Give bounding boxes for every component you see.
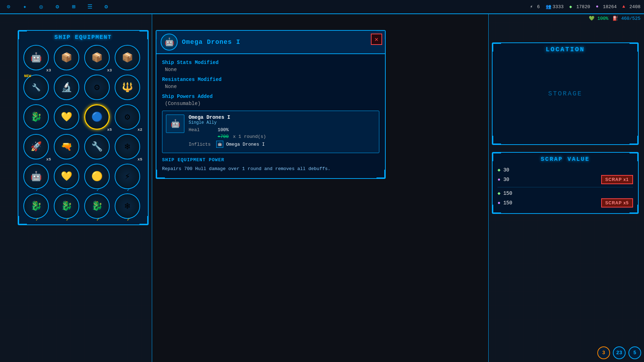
nav-icon-5[interactable]: ⊞ <box>69 2 79 12</box>
scrap-button-5[interactable]: SCRAP x5 <box>601 198 633 208</box>
equip-check-5-3: ✓ <box>127 216 130 222</box>
equip-item-2-0[interactable]: 🐉 <box>23 104 49 130</box>
health-display: 💚 100% <box>589 16 608 21</box>
equip-item-0-2[interactable]: 📦 <box>84 45 110 70</box>
nav-icon-6[interactable]: ☰ <box>85 2 95 12</box>
nav-icon-2[interactable]: ✦ <box>20 2 30 12</box>
menu-icon[interactable]: 5 <box>628 346 641 359</box>
nav-icon-7[interactable]: ⚙ <box>101 2 111 12</box>
fuel-display: ⛽ 460/525 <box>613 16 640 21</box>
equip-item-5-2[interactable]: 🐉 <box>84 193 110 219</box>
equip-item-4-0[interactable]: 🤖 <box>23 164 49 189</box>
resource-people-value: 3333 <box>553 4 564 10</box>
power-card-info: Omega Drones I Single Ally Heal 100% +70… <box>189 115 375 149</box>
health-value: 100% <box>597 16 608 21</box>
detail-header: 🤖 Omega Drones I ✕ <box>156 31 385 54</box>
equip-cell-5-3: ❄ ✓ <box>115 193 142 221</box>
nav-icon-1[interactable]: ⊙ <box>4 2 13 12</box>
nav-icon-3[interactable]: ◎ <box>36 2 46 12</box>
equip-cell-4-1: 💛 ✓ <box>54 164 81 191</box>
detail-item-icon: 🤖 <box>161 34 178 51</box>
power-card-sub: Single Ally <box>189 120 375 125</box>
equip-cell-2-3: ⚙ x2 <box>115 104 142 132</box>
equipment-grid: 🤖 x3 📦 📦 x3 📦 🔧 NEW 🔬 ⚙ 🔱 🐉 <box>22 45 144 221</box>
close-button[interactable]: ✕ <box>371 34 382 45</box>
scrap-corner-tl <box>493 153 501 161</box>
equip-cell-5-0: 🐉 ✓ <box>23 193 51 221</box>
fuel-icon: ⛽ <box>613 16 618 21</box>
equip-check-4-2: ✓ <box>97 187 99 193</box>
scrap-panel: SCRAP VALUE ◆ 30 ● 30 SCRAP x1 ◆ 150 ● 1… <box>492 152 639 214</box>
equip-item-5-3[interactable]: ❄ <box>115 193 140 219</box>
equip-item-1-3[interactable]: 🔱 <box>115 75 140 100</box>
heal-bonus-row: +700 x 1 round(s) <box>189 134 375 139</box>
equip-check-5-0: ✓ <box>36 216 39 222</box>
scrap-row-2-diamond: ◆ 150 <box>498 190 633 196</box>
equip-cell-0-3: 📦 <box>115 45 142 72</box>
inflicts-name: Omega Drones I <box>226 142 265 147</box>
heal-bonus: +700 <box>218 134 229 139</box>
equip-check-5-1: ✓ <box>66 216 69 222</box>
purple-icon: ● <box>596 4 602 10</box>
scrap-purple-value-2: 150 <box>503 200 517 206</box>
equip-item-1-2[interactable]: ⚙ <box>84 75 110 100</box>
equip-item-3-1[interactable]: 🔫 <box>54 134 79 159</box>
equip-item-4-2[interactable]: 🟡 <box>84 164 110 189</box>
diamond-icon: ◆ <box>569 4 575 10</box>
scrap-title: SCRAP VALUE <box>498 156 633 163</box>
heal-value: 100% <box>218 127 229 133</box>
equip-item-1-1[interactable]: 🔬 <box>54 75 79 100</box>
equip-item-3-0[interactable]: 🚀 <box>23 134 49 159</box>
resource-bolt: ⚡ 6 <box>530 4 540 10</box>
equip-item-5-1[interactable]: 🐉 <box>54 193 79 219</box>
equip-item-2-2[interactable]: 🔵 <box>84 104 110 130</box>
equip-cell-4-2: 🟡 ✓ <box>84 164 112 191</box>
nav-icon-4[interactable]: ⚙ <box>52 2 62 12</box>
people-icon: 👥 <box>546 4 551 10</box>
equip-badge-3-3: x5 <box>138 157 142 162</box>
equip-cell-0-0: 🤖 x3 <box>23 45 51 72</box>
ship-equipment-title: SHIP EQUIPMENT <box>22 34 144 41</box>
scrap-row-1-purple: ● 30 SCRAP x1 <box>498 175 633 184</box>
resistances-label: Resistances Modified <box>162 77 379 82</box>
equip-new-badge-1-0: NEW <box>24 74 31 78</box>
corner-tr <box>139 31 148 39</box>
resource-diamond: ◆ 17820 <box>569 4 590 10</box>
equip-check-4-3: ✓ <box>127 187 130 193</box>
resources-bar: ⚡ 6 👥 3333 ◆ 17820 ● 18264 ▲ 2408 <box>530 4 640 10</box>
ship-stats-label: Ship Stats Modified <box>162 60 379 65</box>
equip-badge-2-2: x5 <box>107 128 112 132</box>
inflicts-icon: 🤖 <box>216 141 223 148</box>
equip-item-4-3[interactable]: ⚡ <box>115 164 140 189</box>
equip-cell-2-0: 🐉 <box>23 104 51 132</box>
equip-cell-1-1: 🔬 <box>54 75 81 102</box>
scrap-button-1[interactable]: SCRAP x1 <box>601 175 633 184</box>
equip-item-0-3[interactable]: 📦 <box>115 45 140 70</box>
equip-badge-0-2: x3 <box>107 68 112 72</box>
equip-item-4-1[interactable]: 💛 <box>54 164 79 189</box>
equip-item-0-0[interactable]: 🤖 <box>23 45 49 70</box>
ship-powers-label: Ship Powers Added <box>162 94 379 99</box>
notification-icon[interactable]: 23 <box>613 346 626 359</box>
equip-item-0-1[interactable]: 📦 <box>54 45 79 70</box>
equip-item-2-1[interactable]: 💛 <box>54 104 79 130</box>
equip-cell-5-2: 🐉 ✓ <box>84 193 112 221</box>
alert-icon[interactable]: 3 <box>597 346 610 359</box>
equip-cell-4-3: ⚡ ✓ <box>115 164 142 191</box>
corner-tl <box>18 31 27 39</box>
power-card-name: Omega Drones I <box>189 115 375 120</box>
equip-cell-1-2: ⚙ <box>84 75 112 102</box>
equip-item-5-0[interactable]: 🐉 <box>23 193 49 219</box>
heal-row: Heal 100% <box>189 127 375 133</box>
equip-cell-1-3: 🔱 <box>115 75 142 102</box>
equip-item-2-3[interactable]: ⚙ <box>115 104 140 130</box>
resource-purple: ● 18264 <box>596 4 617 10</box>
equip-cell-4-0: 🤖 ✓ <box>23 164 51 191</box>
top-bar-nav-icons: ⊙ ✦ ◎ ⚙ ⊞ ☰ ⚙ <box>4 2 111 12</box>
equip-cell-1-0: 🔧 NEW <box>23 75 51 102</box>
equip-cell-0-1: 📦 <box>54 45 81 72</box>
item-detail-panel: 🤖 Omega Drones I ✕ Ship Stats Modified N… <box>156 30 386 179</box>
equip-item-3-2[interactable]: 🔧 <box>84 134 110 159</box>
equip-item-3-3[interactable]: ❄ <box>115 134 140 159</box>
equip-item-1-0[interactable]: 🔧 <box>23 75 49 100</box>
